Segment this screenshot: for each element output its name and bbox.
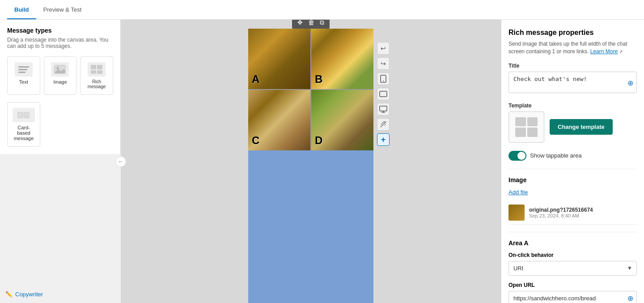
canvas-toolbar: ✥ 🗑 ⧉	[292, 20, 330, 29]
move-button[interactable]: ✥	[296, 20, 305, 27]
svg-rect-2	[18, 72, 25, 73]
tab-preview-test[interactable]: Preview & Test	[36, 1, 89, 19]
image-cell-d[interactable]: D	[311, 90, 373, 150]
text-label: Text	[19, 79, 28, 85]
external-link-icon: ↗	[619, 49, 623, 54]
change-template-button[interactable]: Change template	[550, 119, 613, 135]
svg-point-12	[383, 81, 384, 81]
template-grid	[515, 117, 538, 137]
cell-d-label: D	[315, 134, 322, 147]
svg-rect-7	[91, 70, 96, 74]
svg-point-4	[56, 67, 59, 69]
copywriter-link[interactable]: ✏️ Copywriter	[5, 291, 43, 298]
undo-button[interactable]: ↩	[377, 42, 390, 55]
copywriter-icon: ✏️	[5, 291, 13, 298]
onclick-select-wrap: URI URL None ▼	[508, 261, 637, 276]
divider-1	[508, 169, 637, 169]
template-cell-2	[527, 117, 538, 127]
message-type-card-based[interactable]: Card-based message	[7, 102, 40, 147]
file-thumbnail	[508, 205, 525, 221]
left-panel: Message types Drag a message into the ca…	[0, 20, 121, 154]
file-item: original.png?1726516674 Sep 23, 2024, 8:…	[508, 201, 637, 225]
side-toolbar: ↩ ↪	[377, 42, 390, 146]
left-panel-container: Message types Drag a message into the ca…	[0, 20, 121, 303]
image-cell-a[interactable]: A	[248, 29, 310, 89]
title-label: Title	[508, 63, 637, 69]
tab-build[interactable]: Build	[7, 1, 36, 19]
redo-button[interactable]: ↪	[377, 57, 390, 70]
right-panel-title: Rich message properties	[508, 29, 637, 37]
cell-c-label: C	[252, 134, 259, 147]
toggle-knob	[517, 152, 525, 160]
right-panel-description: Send image that takes up the full width …	[508, 40, 637, 55]
svg-rect-13	[380, 91, 387, 97]
cell-a-label: A	[252, 73, 259, 85]
svg-rect-1	[18, 69, 27, 70]
image-cell-b[interactable]: B	[311, 29, 373, 89]
mobile-view-button[interactable]	[377, 73, 390, 85]
canvas-phone: A B C D	[248, 29, 373, 303]
copy-button[interactable]: ⧉	[318, 20, 326, 27]
show-tappable-label: Show tappable area	[530, 152, 582, 159]
canvas-area: ✥ 🗑 ⧉ A B C D	[121, 20, 501, 303]
template-cell-4	[527, 128, 538, 137]
rich-image-grid[interactable]: A B C D	[248, 29, 373, 150]
template-cell-1	[515, 117, 526, 127]
svg-rect-9	[18, 112, 23, 118]
title-input-wrap: ⊕	[508, 72, 637, 94]
title-input[interactable]	[508, 72, 637, 93]
canvas-phone-container: ✥ 🗑 ⧉ A B C D	[248, 29, 373, 303]
file-name: original.png?1726516674	[529, 207, 593, 213]
rich-icon	[88, 62, 106, 77]
link-off-button[interactable]	[377, 118, 390, 131]
show-tappable-toggle-row: Show tappable area	[508, 151, 637, 161]
right-panel: Rich message properties Send image that …	[501, 20, 644, 303]
message-type-rich[interactable]: Rich message	[80, 56, 113, 95]
copywriter-label: Copywriter	[15, 291, 43, 298]
svg-rect-14	[380, 106, 387, 111]
onclick-select[interactable]: URI URL None	[508, 261, 637, 276]
add-button[interactable]: +	[377, 133, 390, 146]
card-based-label: Card-based message	[11, 125, 36, 141]
title-field-group: Title ⊕	[508, 63, 637, 94]
message-type-grid: Text Image	[7, 56, 113, 95]
file-info: original.png?1726516674 Sep 23, 2024, 8:…	[529, 207, 593, 218]
message-type-text[interactable]: Text	[7, 56, 40, 95]
svg-rect-0	[18, 66, 29, 68]
top-tab-bar: Build Preview & Test	[0, 0, 644, 20]
message-types-subtitle: Drag a message into the canvas area. You…	[7, 37, 113, 49]
cell-b-label: B	[315, 73, 322, 85]
area-a-title: Area A	[508, 239, 637, 247]
url-input[interactable]	[508, 291, 637, 303]
template-cell-3	[515, 128, 526, 137]
svg-rect-10	[24, 112, 29, 118]
divider-2	[508, 232, 637, 232]
template-preview	[508, 111, 544, 143]
text-icon	[15, 62, 33, 77]
tablet-view-button[interactable]	[377, 88, 390, 100]
collapse-left-panel-button[interactable]: ←	[115, 156, 126, 167]
rich-label: Rich message	[84, 79, 109, 89]
image-icon	[51, 62, 69, 77]
image-cell-c[interactable]: C	[248, 90, 310, 150]
learn-more-link[interactable]: Learn More	[590, 48, 618, 55]
main-layout: Message types Drag a message into the ca…	[0, 20, 644, 303]
template-section: Change template	[508, 111, 637, 143]
url-input-wrap: ⊕	[508, 291, 637, 303]
title-input-icon[interactable]: ⊕	[627, 79, 633, 87]
card-based-icon	[13, 108, 35, 122]
image-section-title: Image	[508, 176, 637, 184]
url-clear-icon[interactable]: ⊕	[627, 294, 633, 303]
desktop-view-button[interactable]	[377, 103, 390, 115]
image-label: Image	[53, 79, 67, 85]
template-label: Template	[508, 102, 637, 109]
show-tappable-toggle[interactable]	[508, 151, 526, 161]
delete-button[interactable]: 🗑	[306, 20, 316, 27]
svg-rect-5	[91, 65, 96, 69]
template-field-group: Template Change template	[508, 102, 637, 143]
add-file-link[interactable]: Add file	[508, 189, 637, 196]
message-type-image[interactable]: Image	[44, 56, 77, 95]
svg-rect-6	[97, 65, 102, 69]
message-types-title: Message types	[7, 27, 113, 34]
svg-rect-8	[97, 70, 102, 74]
